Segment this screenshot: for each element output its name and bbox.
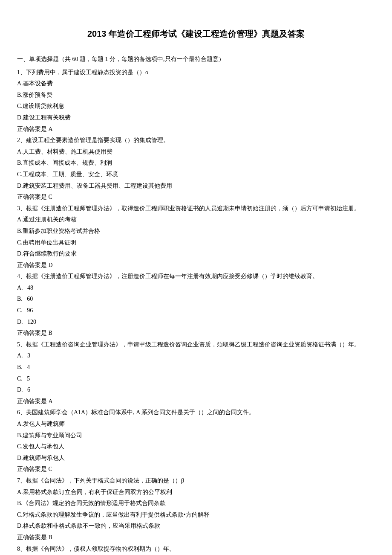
- question-option: B.直接成本、间接成本、规费、利润: [17, 157, 375, 169]
- question-option: C. 96: [17, 305, 375, 317]
- question-option: D.建筑师与承包人: [17, 453, 375, 464]
- question-option: D.建筑安装工程费用、设备工器具费用、工程建设其他费用: [17, 180, 375, 192]
- question-option: D. 120: [17, 317, 375, 328]
- question-stem: 1、下列费用中，属于建设工程静态投资的是（）o: [17, 67, 375, 78]
- question-option: B. 4: [17, 362, 375, 373]
- question-option: B.涨价预备费: [17, 90, 375, 101]
- question-stem: 6、美国建筑师学会（A1A）标准合同体系中, A 系列合同文件是关于（）之间的合…: [17, 407, 375, 418]
- question-option: D. 6: [17, 384, 375, 396]
- question-answer: 正确答案是 B: [17, 532, 375, 543]
- question-option: D.符合继续教行的要求: [17, 248, 375, 260]
- question-answer: 正确答案是 A: [17, 396, 375, 407]
- section-header: 一、单项选择题（共 60 题，每题 1 分，每题的备选项中,只有一个最符合题意）: [17, 54, 375, 65]
- question-option: C.建设期贷款利息: [17, 101, 375, 112]
- question-option: A.发包人与建筑师: [17, 418, 375, 430]
- question-stem: 8、根据《合同法》，债权人领取提存物的权利期为（）年。: [17, 543, 375, 555]
- question-option: A. 48: [17, 282, 375, 294]
- question-option: C.工程成本、工期、质量、安全、环境: [17, 169, 375, 180]
- question-answer: 正确答案是 C: [17, 464, 375, 475]
- question-stem: 2、建设工程全要素造价管理是指要实现（）的集成管理。: [17, 135, 375, 146]
- question-option: A.采用格式条款订立合同，有利于保证合同双方的公平权利: [17, 487, 375, 498]
- question-option: A.人工费、材料费、施工机具使用费: [17, 146, 375, 158]
- question-option: D.建设工程有关税费: [17, 112, 375, 124]
- question-option: C. 5: [17, 373, 375, 385]
- question-option: B.建筑师与专业顾问公司: [17, 430, 375, 442]
- question-option: D.格式条款和非格式条款不一致的，应当采用格式条款: [17, 520, 375, 532]
- question-option: B.《合同法》规定的合同无效的情形适用于格式合同条款: [17, 498, 375, 509]
- question-option: A.通过注册机关的考核: [17, 214, 375, 226]
- question-answer: 正确答案是 A: [17, 124, 375, 135]
- question-option: A. 3: [17, 350, 375, 362]
- question-answer: 正确答案是 B: [17, 328, 375, 339]
- question-list: 1、下列费用中，属于建设工程静态投资的是（）oA.基本设备费B.涨价预备费C.建…: [17, 67, 375, 555]
- question-answer: 正确答案是 D: [17, 260, 375, 271]
- question-option: A.基本设备费: [17, 78, 375, 90]
- question-option: C.对格式条款的理解发生争议的，应当做出有利于提供格式条款•方的解释: [17, 509, 375, 521]
- question-option: C.发包人与承包人: [17, 441, 375, 453]
- question-answer: 正确答案是 C: [17, 192, 375, 203]
- question-stem: 7、根据《合同法》，下列关于格式合同的说法，正确的是（）β: [17, 475, 375, 487]
- question-stem: 4、根据《注册造价工程师管理办法》，注册造价工程师在每一年注册有效期内应接受必修…: [17, 271, 375, 282]
- question-option: C.由聘用单位出具证明: [17, 237, 375, 249]
- question-option: B. 60: [17, 293, 375, 305]
- page-title: 2013 年造价工程师考试《建设工程造价管理》真题及答案: [17, 26, 375, 42]
- question-stem: 3、根据《注册造价工程师管理办法》，取得造价工程师职业资格证书的人员逾期未申请初…: [17, 203, 375, 215]
- question-option: B.重新参加职业资格考试并合格: [17, 226, 375, 237]
- question-stem: 5、根据《工程造价咨询企业管理办法》，申请甲级工程造价咨询企业资质，须取得乙级工…: [17, 339, 375, 351]
